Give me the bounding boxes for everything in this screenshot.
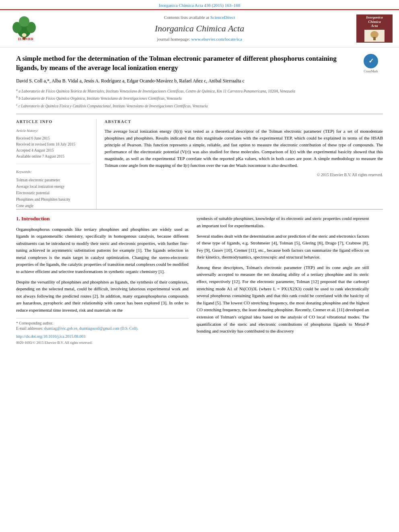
- abstract-panel: ABSTRACT The average local ionization en…: [105, 119, 383, 209]
- svg-point-4: [19, 16, 29, 27]
- keyword-4: Phosphines and Phosphites basicity: [16, 196, 90, 203]
- article-info-label: ARTICLE INFO: [16, 119, 90, 125]
- elsevier-logo-area: ELSEVIER: [6, 13, 51, 43]
- corresponding-author-note: * Corresponding author.: [16, 321, 189, 326]
- journal-title: Inorganica Chimica Acta: [55, 23, 344, 35]
- science-direct-line: Contents lists available at ScienceDirec…: [55, 14, 344, 21]
- received-date: Received 6 June 2015: [16, 136, 90, 142]
- email-link[interactable]: dsantiag@ivic.gob.ve, dsantiagocoll@gmai…: [44, 327, 138, 331]
- email-line: E-mail addresses: dsantiag@ivic.gob.ve, …: [16, 326, 189, 331]
- crossmark-icon[interactable]: ✓: [364, 54, 378, 68]
- main-content: A simple method for the determination of…: [0, 47, 399, 352]
- intro-para-5: Among these descriptors, Tolman's electr…: [197, 264, 369, 335]
- affiliation-c: c c Laboratorio de Química Física y Catá…: [16, 103, 383, 109]
- intro-right-col: synthesis of suitable phosphines, knowle…: [197, 215, 369, 345]
- affiliations: a a Laboratorio de Físico Química Teóric…: [16, 88, 383, 109]
- keywords-section: Keywords: Tolman electronic parameter Av…: [16, 169, 90, 209]
- issn-line: 0020-1693/© 2015 Elsevier B.V. All right…: [16, 340, 189, 345]
- journal-homepage-line: journal homepage: www.elsevier.com/locat…: [55, 36, 344, 42]
- intro-left-col: 1. Introduction Organophosphorus compoun…: [16, 215, 189, 345]
- footnote-section: * Corresponding author. E-mail addresses…: [16, 318, 189, 332]
- journal-info-center: Contents lists available at ScienceDirec…: [51, 14, 348, 43]
- ica-logo: InorganicaChimicaActa: [356, 14, 393, 43]
- article-history: Article history: Received 6 June 2015 Re…: [16, 128, 90, 164]
- abstract-text: The average local ionization energy (I(r…: [105, 128, 383, 169]
- copyright-line: © 2015 Elsevier B.V. All rights reserved…: [105, 172, 383, 178]
- authors-line: David S. Coll a,*, Alba B. Vidal a, Jesú…: [16, 78, 383, 84]
- keyword-2: Average local ionization energy: [16, 183, 90, 190]
- journal-citation: Inorganica Chimica Acta 436 (2015) 163–1…: [0, 0, 399, 9]
- intro-para-2: Despite the versatility of phosphines an…: [16, 279, 189, 314]
- svg-rect-9: [373, 37, 376, 40]
- revised-date: Received in revised form 18 July 2015: [16, 142, 90, 148]
- intro-heading: 1. Introduction: [16, 215, 189, 222]
- ica-image: [364, 30, 385, 42]
- introduction-section: 1. Introduction Organophosphorus compoun…: [16, 209, 383, 345]
- intro-para-4: Several studies dealt with the determina…: [197, 233, 369, 261]
- elsevier-logo-svg: ELSEVIER: [6, 13, 43, 41]
- keywords-label: Keywords:: [16, 169, 90, 175]
- article-info-panel: ARTICLE INFO Article history: Received 6…: [16, 119, 97, 209]
- available-date: Available online 7 August 2015: [16, 154, 90, 160]
- affiliation-b: b b Laboratorio de Físico Química Orgáni…: [16, 95, 383, 101]
- science-direct-link[interactable]: ScienceDirect: [210, 15, 235, 20]
- accepted-date: Accepted 4 August 2015: [16, 148, 90, 154]
- svg-text:ELSEVIER: ELSEVIER: [18, 38, 33, 41]
- crossmark-badge[interactable]: ✓ CrossMark: [359, 54, 383, 74]
- ica-logo-area: InorganicaChimicaActa: [348, 14, 393, 43]
- intro-para-1: Organophosphorus compounds like tertiary…: [16, 226, 189, 275]
- article-title: A simple method for the determination of…: [16, 54, 383, 73]
- abstract-section: ABSTRACT The average local ionization en…: [105, 119, 383, 178]
- abstract-label: ABSTRACT: [105, 119, 383, 125]
- article-body: ARTICLE INFO Article history: Received 6…: [16, 114, 383, 209]
- journal-homepage-url[interactable]: www.elsevier.com/locate/ica: [191, 37, 242, 41]
- keyword-3: Electrostatic potential: [16, 190, 90, 196]
- svg-point-5: [22, 33, 26, 37]
- history-label: Article history:: [16, 128, 90, 134]
- journal-header-bar: ELSEVIER Contents lists available at Sci…: [0, 9, 399, 47]
- intro-para-3: synthesis of suitable phosphines, knowle…: [197, 215, 369, 229]
- doi-link[interactable]: http://dx.doi.org/10.1016/j.ica.2015.08.…: [16, 334, 85, 339]
- crossmark-label: CrossMark: [364, 69, 378, 74]
- keyword-5: Cone angle: [16, 203, 90, 209]
- doi-section: http://dx.doi.org/10.1016/j.ica.2015.08.…: [16, 334, 189, 345]
- article-title-section: A simple method for the determination of…: [16, 54, 383, 73]
- keyword-1: Tolman electronic parameter: [16, 177, 90, 183]
- affiliation-a: a a Laboratorio de Físico Química Teóric…: [16, 88, 383, 94]
